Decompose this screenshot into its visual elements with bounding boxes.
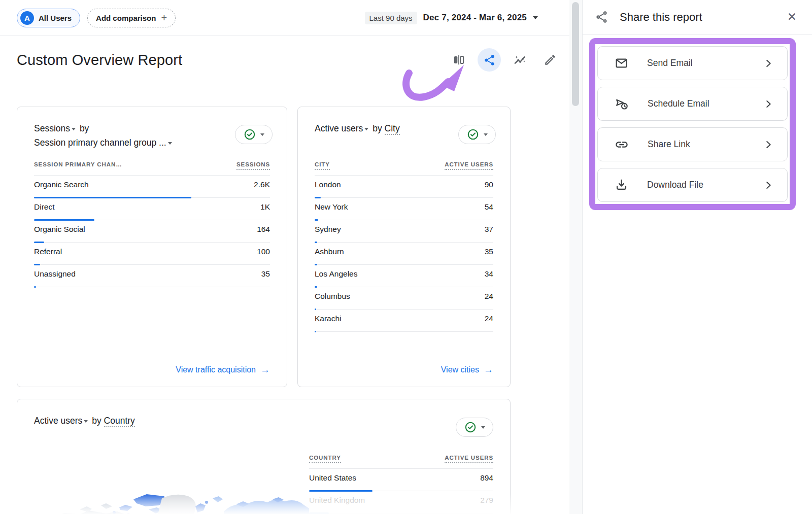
data-quality-pill[interactable] bbox=[458, 125, 496, 144]
add-comparison-chip[interactable]: Add comparison + bbox=[87, 9, 176, 27]
main-content: A All Users Add comparison + Last 90 day… bbox=[0, 0, 569, 514]
schedule-email-option[interactable]: Schedule Email bbox=[597, 87, 788, 121]
countries-card-title: Active users by Country bbox=[34, 414, 493, 442]
countries-table-header: COUNTRY ACTIVE USERS bbox=[309, 455, 493, 469]
row-label: United Kingdom bbox=[309, 496, 365, 505]
report-cards: Sessions by Session primary channel grou… bbox=[17, 107, 511, 514]
date-range-picker[interactable]: Last 90 days Dec 7, 2024 - Mar 6, 2025 bbox=[365, 12, 538, 24]
title-by: by bbox=[373, 123, 382, 133]
view-traffic-acquisition-link[interactable]: View traffic acquisition → bbox=[176, 364, 270, 375]
row-divider bbox=[34, 287, 270, 287]
insights-icon bbox=[513, 53, 527, 67]
table-row: Organic Social 164 bbox=[34, 220, 270, 243]
row-value: 34 bbox=[485, 269, 493, 279]
link-icon bbox=[615, 138, 629, 152]
share-panel-header: Share this report ✕ bbox=[583, 0, 812, 35]
row-label: Unassigned bbox=[34, 269, 76, 279]
report-actions bbox=[447, 48, 562, 72]
metric-selector[interactable]: Sessions bbox=[34, 123, 70, 133]
caret-down-icon[interactable] bbox=[168, 142, 172, 145]
column-header-metric[interactable]: SESSIONS bbox=[236, 161, 270, 170]
check-circle-icon bbox=[467, 128, 479, 141]
column-header-dimension[interactable]: COUNTRY bbox=[309, 455, 341, 463]
dimension-selector[interactable]: Session primary channel group ... bbox=[34, 138, 166, 148]
column-header-dimension[interactable]: CITY bbox=[315, 161, 330, 170]
caret-down-icon bbox=[260, 133, 264, 136]
share-icon bbox=[483, 54, 496, 66]
table-row: Karachi 24 bbox=[315, 310, 493, 332]
annotation-highlight-box: Send Email Schedule Email bbox=[589, 38, 796, 210]
row-label: Sydney bbox=[315, 225, 341, 234]
plus-icon: + bbox=[161, 12, 167, 24]
column-header-metric[interactable]: ACTIVE USERS bbox=[445, 161, 493, 170]
table-row: Referral 100 bbox=[34, 243, 270, 265]
caret-down-icon bbox=[533, 16, 538, 19]
countries-table: COUNTRY ACTIVE USERS United States 894 bbox=[309, 448, 493, 514]
date-range-badge: Last 90 days bbox=[365, 12, 417, 24]
table-row: Columbus 24 bbox=[315, 287, 493, 310]
metric-selector[interactable]: Active users bbox=[315, 123, 363, 133]
data-quality-pill[interactable] bbox=[456, 418, 493, 437]
caret-down-icon[interactable] bbox=[72, 128, 76, 130]
share-button[interactable] bbox=[478, 48, 501, 72]
row-label: Ashburn bbox=[315, 247, 344, 256]
dimension-selector[interactable]: City bbox=[385, 123, 400, 135]
view-cities-link[interactable]: View cities → bbox=[441, 364, 493, 375]
data-quality-pill[interactable] bbox=[235, 125, 273, 144]
close-button[interactable]: ✕ bbox=[785, 9, 799, 25]
table-row: United Kingdom 279 bbox=[309, 491, 493, 513]
row-value: 100 bbox=[257, 247, 270, 256]
row-label: Referral bbox=[34, 247, 62, 256]
email-icon bbox=[615, 56, 628, 70]
edit-pencil-icon bbox=[544, 53, 557, 66]
row-label: New York bbox=[315, 202, 348, 212]
scrollbar-thumb[interactable] bbox=[572, 2, 579, 106]
row-bar bbox=[315, 331, 316, 332]
caret-down-icon bbox=[481, 426, 485, 429]
metric-selector[interactable]: Active users bbox=[34, 416, 82, 426]
cities-table-body: London 90 New York 54 bbox=[315, 176, 493, 332]
insights-button[interactable] bbox=[508, 48, 531, 72]
share-link-option[interactable]: Share Link bbox=[597, 127, 788, 161]
caret-down-icon[interactable] bbox=[364, 128, 368, 130]
scrollbar-track bbox=[569, 0, 582, 514]
title-by: by bbox=[80, 123, 89, 133]
row-label: Organic Social bbox=[34, 225, 85, 234]
close-icon: ✕ bbox=[787, 10, 797, 23]
row-label: Los Angeles bbox=[315, 269, 357, 279]
dimension-selector[interactable]: Country bbox=[104, 416, 135, 427]
table-row: Ashburn 35 bbox=[315, 243, 493, 265]
comparison-bar: A All Users Add comparison + Last 90 day… bbox=[0, 0, 569, 36]
table-row: New York 54 bbox=[315, 198, 493, 220]
comparison-toggle-button[interactable] bbox=[447, 48, 470, 72]
add-comparison-label: Add comparison bbox=[96, 14, 156, 22]
schedule-send-icon bbox=[615, 97, 629, 111]
row-value: 35 bbox=[485, 247, 493, 256]
table-row: Unassigned 35 bbox=[34, 265, 270, 287]
download-icon bbox=[615, 178, 628, 192]
row-label: Columbus bbox=[315, 292, 350, 301]
page-title: Custom Overview Report bbox=[17, 52, 182, 68]
share-panel-title: Share this report bbox=[620, 11, 702, 24]
all-users-avatar: A bbox=[20, 11, 34, 25]
send-email-option[interactable]: Send Email bbox=[597, 46, 788, 80]
caret-down-icon[interactable] bbox=[84, 420, 88, 423]
row-value: 2.6K bbox=[254, 180, 270, 189]
arrow-right-icon: → bbox=[484, 364, 493, 375]
column-header-metric[interactable]: ACTIVE USERS bbox=[445, 455, 493, 463]
download-file-option[interactable]: Download File bbox=[597, 168, 788, 202]
row-value: 1K bbox=[260, 202, 270, 212]
chevron-right-icon bbox=[763, 180, 774, 191]
ga-report-screen: A All Users Add comparison + Last 90 day… bbox=[0, 0, 812, 514]
view-link-label: View traffic acquisition bbox=[176, 365, 256, 374]
option-label: Send Email bbox=[647, 58, 693, 68]
check-circle-icon bbox=[464, 421, 477, 433]
date-range-text: Dec 7, 2024 - Mar 6, 2025 bbox=[423, 13, 527, 23]
row-value: 894 bbox=[480, 473, 493, 483]
share-panel: Share this report ✕ Send Email bbox=[582, 0, 812, 514]
column-header-dimension[interactable]: SESSION PRIMARY CHAN… bbox=[34, 161, 122, 170]
all-users-chip[interactable]: A All Users bbox=[17, 9, 80, 27]
chevron-right-icon bbox=[763, 98, 774, 110]
cities-card: Active users by City CITY ACTIVE USERS bbox=[297, 107, 511, 387]
edit-button[interactable] bbox=[538, 48, 562, 72]
